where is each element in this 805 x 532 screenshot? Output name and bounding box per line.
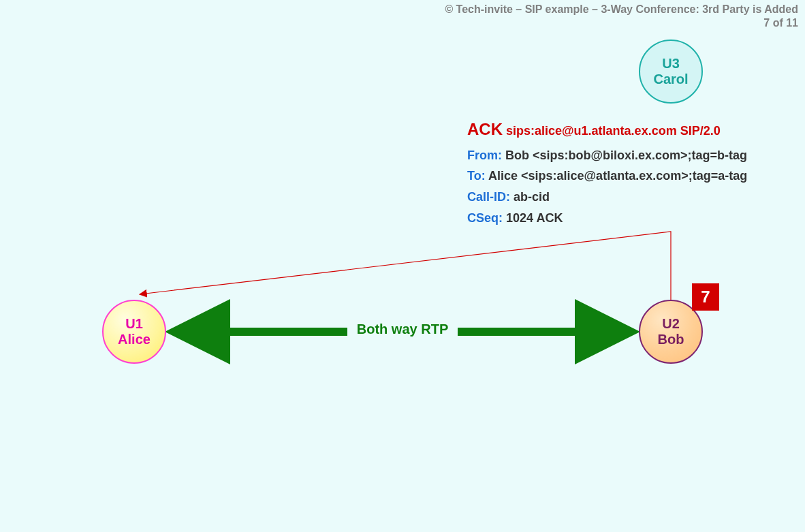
sip-header-name: To: — [467, 169, 486, 183]
header-block: © Tech-invite – SIP example – 3-Way Conf… — [445, 3, 798, 30]
node-id: U2 — [662, 316, 680, 332]
ack-arrow — [140, 232, 671, 300]
slide-counter: 7 of 11 — [445, 16, 798, 30]
diagram-canvas: © Tech-invite – SIP example – 3-Way Conf… — [0, 0, 805, 532]
node-name: Bob — [658, 332, 684, 347]
node-name: Carol — [653, 72, 688, 87]
node-name: Alice — [118, 332, 151, 347]
sip-header-callid: Call-ID: ab-cid — [467, 187, 747, 208]
sip-method: ACK — [467, 120, 503, 138]
copyright-text: © Tech-invite – SIP example – 3-Way Conf… — [445, 3, 798, 16]
sip-request-uri: sips:alice@u1.atlanta.ex.com SIP/2.0 — [503, 124, 721, 138]
rtp-label: Both way RTP — [347, 322, 458, 337]
sip-header-name: CSeq: — [467, 211, 503, 225]
node-u1-alice: U1 Alice — [102, 300, 166, 364]
sip-header-value: 1024 ACK — [503, 211, 563, 225]
sip-header-name: From: — [467, 148, 502, 162]
sip-header-to: To: Alice <sips:alice@atlanta.ex.com>;ta… — [467, 166, 747, 187]
node-id: U1 — [125, 316, 143, 332]
sip-header-value: Alice <sips:alice@atlanta.ex.com>;tag=a-… — [486, 169, 748, 183]
sip-header-cseq: CSeq: 1024 ACK — [467, 208, 747, 229]
step-badge: 7 — [692, 283, 719, 311]
sip-header-name: Call-ID: — [467, 190, 510, 204]
node-id: U3 — [662, 56, 680, 72]
sip-header-from: From: Bob <sips:bob@biloxi.ex.com>;tag=b… — [467, 145, 747, 166]
sip-request-line: ACK sips:alice@u1.atlanta.ex.com SIP/2.0 — [467, 116, 747, 144]
sip-header-value: ab-cid — [510, 190, 550, 204]
sip-header-value: Bob <sips:bob@biloxi.ex.com>;tag=b-tag — [502, 148, 747, 162]
node-u3-carol: U3 Carol — [639, 40, 703, 104]
sip-message: ACK sips:alice@u1.atlanta.ex.com SIP/2.0… — [467, 116, 747, 228]
